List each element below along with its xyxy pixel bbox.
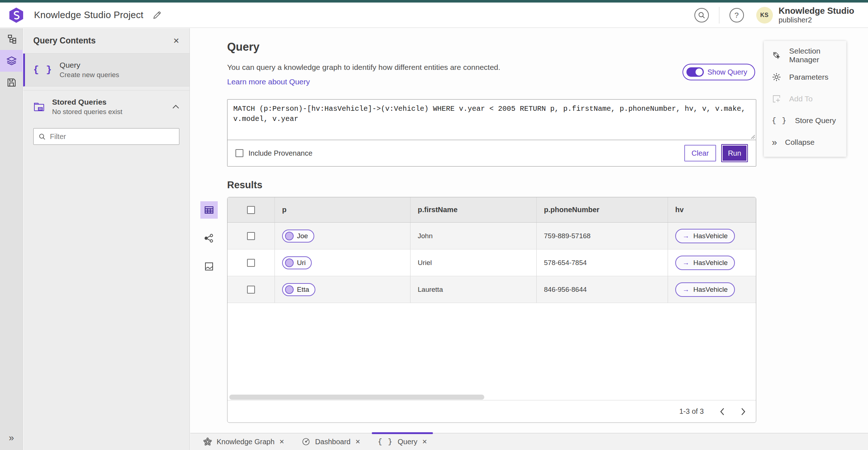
help-button[interactable]: ? (729, 8, 744, 22)
selection-manager-button[interactable]: Selection Manager (764, 45, 846, 66)
panel-item-query[interactable]: Query Create new queries (23, 54, 190, 87)
learn-more-link[interactable]: Learn more about Query (227, 77, 310, 86)
edit-project-title-icon[interactable] (152, 10, 162, 20)
arrow-right-icon (682, 259, 689, 266)
filter-search-icon (39, 133, 46, 140)
tab-dashboard[interactable]: Dashboard (293, 433, 369, 450)
cell-p: Joe (275, 223, 410, 249)
layers-icon (6, 55, 17, 67)
view-map-button[interactable] (200, 258, 218, 275)
tab-close-icon[interactable] (422, 439, 427, 445)
query-editor-footer: Include Provenance Clear Run (227, 140, 756, 166)
edge-pill[interactable]: HasVehicle (675, 229, 735, 243)
node-icon (285, 285, 294, 294)
stored-queries-folder-icon (33, 101, 45, 112)
node-pill[interactable]: Etta (282, 283, 315, 296)
node-label: Joe (297, 232, 308, 240)
parameters-button[interactable]: Parameters (764, 66, 846, 88)
braces-icon (378, 438, 393, 446)
collapse-icon (772, 138, 777, 147)
table-pagination: 1-3 of 3 (227, 400, 756, 422)
add-to-icon (772, 94, 781, 104)
view-graph-button[interactable] (200, 230, 218, 247)
include-provenance-label[interactable]: Include Provenance (248, 149, 312, 157)
dashboard-icon (302, 437, 310, 446)
app-header: Knowledge Studio Project ? KS Knowledge … (0, 3, 868, 28)
column-header-p[interactable]: p (275, 197, 410, 222)
tool-label: Selection Manager (789, 47, 838, 64)
node-pill[interactable]: Joe (282, 230, 314, 243)
rail-item-save[interactable] (0, 72, 23, 93)
next-page-button[interactable] (741, 408, 746, 416)
rail-item-layers[interactable] (0, 50, 23, 72)
node-pill[interactable]: Uri (282, 256, 312, 269)
column-header-firstname[interactable]: p.firstName (410, 197, 537, 222)
table-row[interactable]: Joe John 759-889-57168 HasVehicle (227, 223, 756, 249)
panel-item-stored-queries[interactable]: Stored Queries No stored queries exist (23, 90, 190, 123)
braces-icon (772, 117, 787, 125)
cell-p: Etta (275, 276, 410, 303)
arrow-right-icon (682, 232, 689, 239)
filter-input[interactable] (50, 133, 174, 141)
cell-firstname: Uriel (410, 249, 537, 276)
results-view-switcher (200, 201, 218, 275)
help-icon: ? (735, 11, 739, 20)
user-name: publisher2 (779, 16, 854, 24)
edge-pill[interactable]: HasVehicle (675, 282, 735, 297)
resize-handle-icon[interactable] (750, 134, 755, 139)
cell-hv: HasVehicle (668, 223, 756, 249)
chevron-up-icon[interactable] (172, 105, 179, 109)
gear-icon (772, 72, 781, 82)
knowledge-graph-icon (203, 437, 212, 446)
tab-label: Knowledge Graph (217, 438, 275, 446)
horizontal-scrollbar (227, 394, 756, 400)
show-query-label: Show Query (707, 68, 747, 76)
cell-phonenumber: 846-956-8644 (537, 276, 668, 303)
row-checkbox-cell (227, 249, 275, 276)
node-icon (285, 232, 294, 240)
table-row[interactable]: Etta Lauretta 846-956-8644 HasVehicle (227, 276, 756, 303)
row-checkbox[interactable] (247, 286, 255, 294)
cell-p: Uri (275, 249, 410, 276)
run-button[interactable]: Run (721, 144, 748, 162)
save-icon (7, 77, 17, 88)
row-checkbox[interactable] (247, 259, 255, 267)
query-tools-panel: Selection Manager Parameters Add To Stor… (764, 41, 846, 157)
column-header-phonenumber[interactable]: p.phoneNumber (537, 197, 668, 222)
column-header-hv[interactable]: hv (668, 197, 756, 222)
query-description: You can query a knowledge graph to ident… (227, 63, 500, 72)
previous-page-button[interactable] (720, 408, 725, 416)
select-all-checkbox[interactable] (247, 206, 255, 214)
panel-close-icon[interactable] (173, 37, 179, 45)
cell-hv: HasVehicle (668, 276, 756, 303)
header-checkbox-cell (227, 197, 275, 222)
tool-label: Parameters (789, 73, 829, 81)
view-table-button[interactable] (200, 201, 218, 219)
edge-pill[interactable]: HasVehicle (675, 256, 735, 270)
cell-hv: HasVehicle (668, 249, 756, 276)
rail-item-hierarchy[interactable] (0, 28, 23, 50)
tab-close-icon[interactable] (279, 439, 284, 445)
tab-close-icon[interactable] (355, 439, 360, 445)
clear-button[interactable]: Clear (684, 145, 716, 161)
tab-query[interactable]: Query (369, 433, 436, 450)
braces-icon (33, 64, 52, 75)
toggle-switch-on[interactable] (686, 67, 704, 77)
collapse-button[interactable]: Collapse (764, 131, 846, 153)
query-editor[interactable]: MATCH (p:Person)-[hv:HasVehicle]->(v:Veh… (227, 100, 756, 140)
panel-item-label: Query (60, 61, 119, 70)
cell-phonenumber: 578-654-7854 (537, 249, 668, 276)
row-checkbox[interactable] (247, 232, 255, 240)
user-avatar[interactable]: KS (756, 7, 773, 24)
store-query-button[interactable]: Store Query (764, 110, 846, 131)
show-query-toggle-button[interactable]: Show Query (682, 64, 755, 80)
tab-knowledge-graph[interactable]: Knowledge Graph (195, 433, 293, 450)
search-button[interactable] (694, 8, 709, 22)
results-table: p p.firstName p.phoneNumber hv Joe John … (227, 197, 756, 423)
table-row[interactable]: Uri Uriel 578-654-7854 HasVehicle (227, 249, 756, 276)
hierarchy-icon (6, 34, 17, 45)
scrollbar-thumb[interactable] (229, 395, 484, 400)
rail-expand-button[interactable] (0, 432, 23, 443)
main-content: Query You can query a knowledge graph to… (190, 28, 868, 433)
include-provenance-checkbox[interactable] (235, 149, 243, 157)
